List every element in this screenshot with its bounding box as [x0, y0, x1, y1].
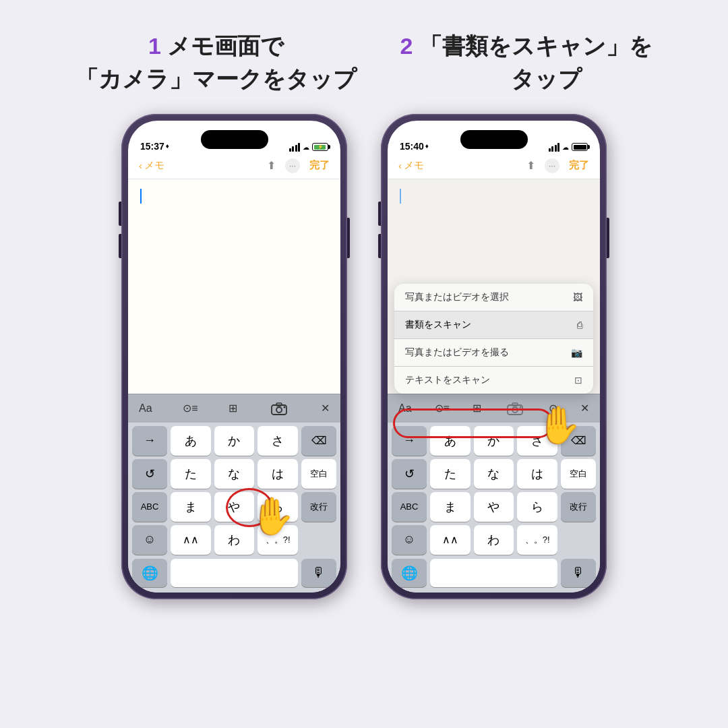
phone2-wrapper: 15:40 ♦ ☁ — [381, 114, 607, 599]
kb-key[interactable]: ABC — [132, 492, 167, 522]
kb2-key[interactable]: ☺ — [392, 525, 427, 555]
kb-key[interactable]: ⌫ — [301, 426, 336, 456]
notes-nav-2: ‹メモ ⬆ ··· 完了 — [388, 156, 600, 179]
phone2-screen: 15:40 ♦ ☁ — [388, 121, 600, 593]
menu-popup: 写真またはビデオを選択 🖼 書類をスキャン ⎙ 写真またはビデオを撮る 📷 — [394, 284, 593, 394]
step2-number: 2 — [400, 33, 413, 59]
back-btn-1[interactable]: ‹メモ — [139, 159, 164, 172]
note-content-2: 写真またはビデオを選択 🖼 書類をスキャン ⎙ 写真またはビデオを撮る 📷 — [388, 179, 600, 394]
kb-key[interactable]: 空白 — [301, 459, 336, 489]
menu-item-scan-text[interactable]: テキストをスキャン ⊡ — [394, 367, 593, 394]
header: 1 メモ画面で 「カメラ」マークをタップ 2 「書類をスキャン」を タップ — [0, 0, 728, 107]
menu-item-photos[interactable]: 写真またはビデオを選択 🖼 — [394, 284, 593, 311]
kb2-key[interactable]: ∧∧ — [430, 525, 471, 555]
kb-key[interactable]: ∧∧ — [171, 525, 211, 555]
time-1: 15:37 ♦ — [140, 141, 169, 152]
kb2-key[interactable]: ま — [430, 492, 471, 522]
kb-key[interactable]: な — [214, 459, 255, 489]
kb-key[interactable]: → — [132, 426, 167, 456]
menu-item-scan-doc[interactable]: 書類をスキャン ⎙ — [394, 311, 593, 339]
done-btn-1[interactable]: 完了 — [309, 159, 330, 172]
table-btn-1[interactable]: ⊞ — [229, 402, 237, 415]
kb-key[interactable]: た — [171, 459, 211, 489]
status-icons-1: ☁ ⚡ — [289, 143, 329, 152]
svg-rect-2 — [276, 403, 282, 406]
more-icon-2[interactable]: ··· — [545, 158, 559, 173]
kb-globe[interactable]: 🌐 — [132, 559, 167, 587]
kb-space-bar[interactable] — [171, 559, 298, 587]
kb2-key[interactable]: 空白 — [561, 459, 596, 489]
nav-actions-2: ⬆ ··· 完了 — [526, 158, 589, 173]
dynamic-island-1 — [201, 130, 268, 149]
kb2-key-empty — [561, 525, 596, 555]
list-btn-1[interactable]: ⊙≡ — [183, 402, 198, 415]
notes-nav-1: ‹メモ ⬆ ··· 完了 — [128, 156, 340, 179]
kb2-key[interactable]: は — [517, 459, 557, 489]
time-2: 15:40 ♦ — [400, 141, 429, 152]
kb2-key[interactable]: 、。?! — [517, 525, 557, 555]
scan-doc-highlight-rect — [393, 408, 553, 438]
keyboard-2: → あ か さ ⌫ ↺ た な は 空白 ABC — [388, 423, 600, 593]
nav-actions-1: ⬆ ··· 完了 — [267, 158, 330, 173]
camera-btn-1[interactable] — [268, 399, 290, 418]
kb-key[interactable]: ↺ — [132, 459, 167, 489]
step2-title-main: 「書類をスキャン」を — [419, 33, 653, 59]
kb-key[interactable]: さ — [257, 426, 298, 456]
phone1: 15:37 ♦ ☁ — [121, 114, 347, 599]
hand-cursor-2: 🤚 — [536, 404, 581, 446]
kb-key[interactable]: か — [214, 426, 255, 456]
more-icon-1[interactable]: ··· — [285, 158, 300, 173]
aa-btn-1[interactable]: Aa — [139, 402, 152, 415]
step1-title-main: メモ画面で — [167, 33, 284, 59]
kb2-key[interactable]: ↺ — [392, 459, 427, 489]
camera-icon-1 — [270, 401, 288, 416]
kb-toolbar-1: Aa ⊙≡ ⊞ ✕ — [128, 394, 340, 423]
kb-key[interactable]: ま — [171, 492, 211, 522]
kb2-space-bar[interactable] — [430, 559, 557, 587]
share-icon-1[interactable]: ⬆ — [267, 159, 276, 172]
kb-key[interactable]: は — [257, 459, 298, 489]
svg-point-3 — [284, 406, 286, 408]
done-btn-2[interactable]: 完了 — [569, 159, 589, 172]
kb2-key[interactable]: ら — [517, 492, 557, 522]
dynamic-island-2 — [460, 130, 528, 149]
kb-mic[interactable]: 🎙 — [301, 559, 336, 587]
note-content-1 — [128, 179, 340, 394]
kb2-mic[interactable]: 🎙 — [561, 559, 596, 587]
kb2-key[interactable]: た — [430, 459, 471, 489]
step2-subtitle: タップ — [511, 66, 582, 92]
kb2-key[interactable]: や — [474, 492, 514, 522]
kb-key[interactable]: わ — [214, 525, 255, 555]
hand-cursor-1: 🤚 — [249, 495, 295, 537]
status-icons-2: ☁ — [549, 143, 588, 152]
phone2: 15:40 ♦ ☁ — [381, 114, 607, 599]
kb-key[interactable]: 改行 — [301, 492, 336, 522]
back-btn-2[interactable]: ‹メモ — [398, 159, 424, 172]
step2-title: 2 「書類をスキャン」を タップ — [400, 30, 652, 96]
svg-rect-6 — [512, 403, 518, 406]
kb2-key[interactable]: 改行 — [561, 492, 596, 522]
svg-point-7 — [519, 406, 521, 408]
phone1-wrapper: 15:37 ♦ ☁ — [121, 114, 347, 599]
kb2-globe[interactable]: 🌐 — [392, 559, 427, 587]
step1-number: 1 — [148, 33, 161, 59]
kb-key-empty — [301, 525, 336, 555]
kb2-key[interactable]: わ — [474, 525, 514, 555]
phones-row: 15:37 ♦ ☁ — [121, 114, 607, 599]
close-btn-2[interactable]: ✕ — [580, 402, 589, 415]
page-container: 1 メモ画面で 「カメラ」マークをタップ 2 「書類をスキャン」を タップ — [0, 0, 728, 728]
share-icon-2[interactable]: ⬆ — [526, 159, 535, 172]
svg-point-1 — [276, 407, 282, 413]
menu-item-take-photo[interactable]: 写真またはビデオを撮る 📷 — [394, 339, 593, 367]
kb2-key[interactable]: ABC — [392, 492, 427, 522]
step1-subtitle: 「カメラ」マークをタップ — [75, 66, 357, 92]
close-btn-1[interactable]: ✕ — [321, 402, 330, 415]
kb-key[interactable]: ☺ — [132, 525, 167, 555]
kb2-key[interactable]: な — [474, 459, 514, 489]
kb-key[interactable]: あ — [171, 426, 211, 456]
step1-title: 1 メモ画面で 「カメラ」マークをタップ — [75, 30, 357, 96]
